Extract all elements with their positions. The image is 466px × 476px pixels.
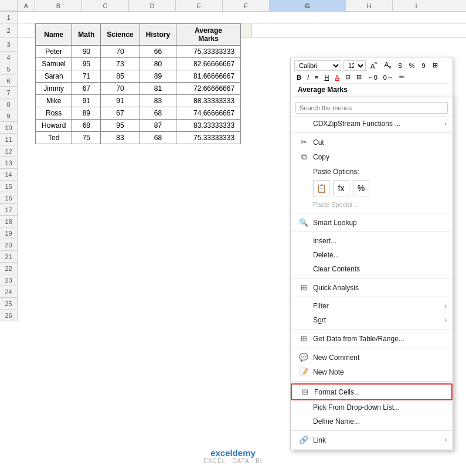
copy-icon: ⧉ <box>299 152 308 162</box>
table-cell: 95 <box>101 120 140 132</box>
ctx-paste-options-label: Paste Options: <box>313 168 359 176</box>
table-cell: 81.66666667 <box>176 70 241 83</box>
dec-btn[interactable]: ←0 <box>365 73 380 82</box>
paste-icon-area: 📋 fx % <box>291 179 453 200</box>
font-size-selector[interactable]: 12 <box>343 60 366 71</box>
logo-area: exceldemy EXCEL · DATA · BI <box>203 448 262 464</box>
format-btn2[interactable]: ⊞ <box>430 60 440 70</box>
quick-analysis-icon: ⊞ <box>299 283 308 292</box>
search-input[interactable] <box>295 102 448 114</box>
ctx-clear-label: Clear Contents <box>313 265 360 273</box>
table-cell: 82.66666667 <box>176 58 241 70</box>
col-history-header: History <box>140 24 176 46</box>
ctx-define-name[interactable]: Define Name... <box>291 414 453 429</box>
ctx-get-data-label: Get Data from Table/Range... <box>313 335 404 343</box>
col-e-header: E <box>176 0 223 11</box>
table-cell: Ted <box>36 132 72 144</box>
ctx-get-data[interactable]: ⊞ Get Data from Table/Range... <box>291 331 453 346</box>
ctx-clear-contents[interactable]: Clear Contents <box>291 262 453 276</box>
currency-btn[interactable]: $ <box>396 61 404 70</box>
ctx-quick-analysis-label: Quick Analysis <box>313 284 359 292</box>
col-name-header: Name <box>36 24 72 46</box>
decrease-font-btn[interactable]: Av <box>382 60 394 71</box>
inc-btn[interactable]: 0→ <box>381 73 396 82</box>
table-cell: Peter <box>36 46 72 58</box>
ctx-new-note[interactable]: 📝 New Note <box>291 365 453 379</box>
table-row: Mike91918388.33333333 <box>36 95 241 107</box>
table-cell: 75 <box>72 132 101 144</box>
table-row: Jimmy67708172.66666667 <box>36 83 241 95</box>
bold-btn[interactable]: B <box>294 73 304 82</box>
table-cell: 67 <box>72 83 101 95</box>
table-cell: 67 <box>101 107 140 120</box>
table-cell: 95 <box>72 58 101 70</box>
table-row: Peter90706675.33333333 <box>36 46 241 58</box>
toolbar-row1: Calibri 12 A^ Av $ % 9 ⊞ <box>294 60 449 71</box>
table-cell: 89 <box>72 107 101 120</box>
erase-btn[interactable]: ✏ <box>397 72 407 82</box>
ctx-copy-label: Copy <box>313 153 329 161</box>
font-color-btn[interactable]: A <box>332 73 341 82</box>
format-cells-icon: ⊟ <box>300 387 309 396</box>
col-g-header: G <box>270 0 346 11</box>
table-row: Ted75836875.33333333 <box>36 132 241 144</box>
ctx-delete-label: Delete... <box>313 251 339 259</box>
row-1: 1 <box>0 12 466 23</box>
sep9 <box>291 430 453 431</box>
italic-btn[interactable]: I <box>305 73 311 82</box>
ctx-copy[interactable]: ⧉ Copy <box>291 149 453 165</box>
num-btn[interactable]: 9 <box>419 61 427 70</box>
ctx-quick-analysis[interactable]: ⊞ Quick Analysis <box>291 280 453 295</box>
sep3 <box>291 232 453 232</box>
table-cell: 71 <box>72 70 101 83</box>
ctx-sort-label: Sort <box>313 316 326 324</box>
sep2 <box>291 213 453 213</box>
logo-main: exceldemy <box>203 448 262 458</box>
table-cell: 91 <box>72 95 101 107</box>
align-left-btn[interactable]: ≡ <box>312 73 321 82</box>
ctx-delete[interactable]: Delete... <box>291 248 453 262</box>
border-btn[interactable]: ⊟ <box>343 72 353 82</box>
increase-font-btn[interactable]: A^ <box>368 60 380 71</box>
mini-toolbar: Calibri 12 A^ Av $ % 9 ⊞ B I ≡ H A ⊟ ⊞ ←… <box>290 57 453 98</box>
table-cell: 68 <box>140 107 176 120</box>
col-a-header: A <box>18 0 35 11</box>
percent-btn[interactable]: % <box>407 61 417 70</box>
ctx-pick-dropdown[interactable]: Pick From Drop-down List... <box>291 400 453 414</box>
ctx-cut-label: Cut <box>313 138 324 147</box>
ctx-new-comment[interactable]: 💬 New Comment <box>291 350 453 365</box>
table-cell: 87 <box>140 120 176 132</box>
table-cell: 80 <box>140 58 176 70</box>
ctx-insert[interactable]: Insert... <box>291 234 453 248</box>
ctx-cdx[interactable]: CDXZipStream Functions ... › <box>291 117 453 131</box>
merge-btn[interactable]: ⊞ <box>354 72 364 82</box>
cut-icon: ✂ <box>299 138 308 147</box>
table-cell: Howard <box>36 120 72 132</box>
table-cell: 70 <box>101 83 140 95</box>
col-b-header: B <box>35 0 82 11</box>
ctx-smart-lookup[interactable]: 🔍 Smart Lookup <box>291 215 453 230</box>
paste-icon-1[interactable]: 📋 <box>313 180 329 196</box>
ctx-filter[interactable]: Filter › <box>291 299 453 313</box>
table-row: Ross89676874.66666667 <box>36 107 241 120</box>
ctx-paste-options: Paste Options: <box>291 165 453 179</box>
ctx-cut[interactable]: ✂ Cut <box>291 135 453 149</box>
link-icon: 🔗 <box>299 436 308 444</box>
table-cell: 90 <box>72 46 101 58</box>
ctx-format-cells-label: Format Cells... <box>314 388 360 396</box>
paste-icon-3[interactable]: % <box>353 180 369 196</box>
ctx-link[interactable]: 🔗 Link › <box>291 433 453 447</box>
table-cell: 66 <box>140 46 176 58</box>
table-cell: 89 <box>140 70 176 83</box>
ctx-format-cells[interactable]: ⊟ Format Cells... <box>291 383 453 400</box>
ctx-sort[interactable]: Sort › <box>291 313 453 327</box>
table-cell: 83.33333333 <box>176 120 241 132</box>
paste-icon-2[interactable]: fx <box>333 180 349 196</box>
highlight-btn[interactable]: H <box>322 73 331 82</box>
font-selector[interactable]: Calibri <box>294 60 341 71</box>
context-menu: CDXZipStream Functions ... › ✂ Cut ⧉ Cop… <box>290 97 453 450</box>
table-cell: Sarah <box>36 70 72 83</box>
data-table-container: Name Math Science History AverageMarks P… <box>35 23 241 144</box>
table-cell: 88.33333333 <box>176 95 241 107</box>
table-row: Howard68958783.33333333 <box>36 120 241 132</box>
